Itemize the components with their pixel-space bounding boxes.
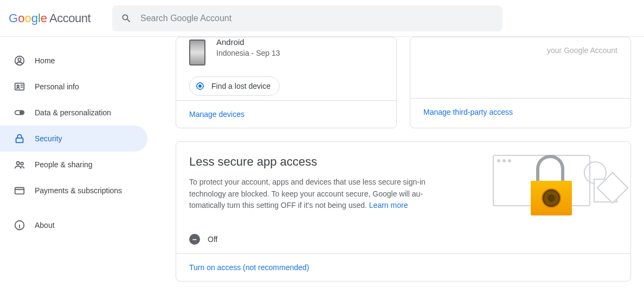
- third-party-body: your Google Account: [410, 37, 630, 98]
- sidebar-item-people-sharing[interactable]: People & sharing: [0, 152, 147, 178]
- lsa-description: To protect your account, apps and device…: [189, 176, 439, 212]
- people-icon: [13, 158, 26, 171]
- sidebar-item-label: Payments & subscriptions: [35, 186, 122, 195]
- logo[interactable]: Google Account: [9, 11, 91, 25]
- sidebar-item-label: Data & personalization: [35, 108, 111, 117]
- search-icon: [121, 13, 132, 24]
- sidebar-item-label: Security: [35, 134, 62, 143]
- sidebar-item-label: About: [35, 221, 55, 230]
- search-input[interactable]: [140, 14, 494, 23]
- svg-point-5: [20, 111, 23, 114]
- id-card-icon: [13, 80, 26, 93]
- lsa-title: Less secure app access: [189, 155, 463, 169]
- svg-rect-9: [15, 188, 24, 194]
- off-status-icon: –: [189, 234, 200, 245]
- sidebar-item-data-personalization[interactable]: Data & personalization: [0, 100, 147, 126]
- devices-card: Android Indonesia - Sep 13 Find a lost d…: [176, 37, 397, 128]
- lsa-status-row: – Off: [176, 227, 630, 253]
- manage-third-party-link[interactable]: Manage third-party access: [423, 108, 513, 116]
- sidebar-item-security[interactable]: Security: [0, 126, 147, 152]
- svg-point-7: [17, 162, 20, 165]
- toggle-icon: [13, 106, 26, 119]
- device-meta: Indonesia - Sep 13: [216, 49, 280, 57]
- svg-point-1: [18, 58, 21, 61]
- sidebar-item-payments[interactable]: Payments & subscriptions: [0, 178, 147, 204]
- sidebar-item-label: Home: [35, 56, 55, 65]
- sidebar-item-label: Personal info: [35, 82, 79, 91]
- find-device-chip[interactable]: Find a lost device: [189, 76, 280, 96]
- learn-more-link[interactable]: Learn more: [369, 201, 408, 210]
- device-name: Android: [216, 37, 280, 47]
- main-content: Android Indonesia - Sep 13 Find a lost d…: [152, 37, 644, 288]
- lsa-status-text: Off: [208, 235, 217, 244]
- search-box[interactable]: [112, 5, 503, 31]
- third-party-card: your Google Account Manage third-party a…: [410, 37, 631, 128]
- less-secure-app-card: Less secure app access To protect your a…: [176, 141, 631, 282]
- svg-point-3: [17, 85, 19, 87]
- sidebar-item-home[interactable]: Home: [0, 48, 147, 74]
- lock-icon: [13, 132, 26, 145]
- header: Google Account: [0, 0, 644, 37]
- manage-devices-link[interactable]: Manage devices: [189, 110, 244, 119]
- google-logo-icon: Google: [9, 11, 47, 25]
- card-footer: Manage third-party access: [410, 98, 630, 126]
- target-icon: [194, 80, 206, 92]
- turn-on-access-link[interactable]: Turn on access (not recommended): [189, 263, 309, 272]
- svg-point-12: [199, 85, 202, 88]
- phone-icon: [189, 40, 205, 66]
- card-icon: [13, 184, 26, 197]
- sidebar-item-label: People & sharing: [35, 160, 93, 169]
- chip-label: Find a lost device: [211, 82, 271, 90]
- product-name: Account: [49, 11, 91, 25]
- svg-point-8: [21, 162, 23, 165]
- third-party-text-fragment: your Google Account: [547, 46, 617, 55]
- sidebar: Home Personal info Data & personalizatio…: [0, 37, 152, 288]
- svg-rect-6: [16, 138, 23, 142]
- sidebar-item-personal-info[interactable]: Personal info: [0, 74, 147, 100]
- info-icon: [13, 219, 26, 232]
- card-footer: Turn on access (not recommended): [176, 253, 630, 281]
- device-row[interactable]: Android Indonesia - Sep 13: [176, 37, 396, 72]
- home-icon: [13, 54, 26, 67]
- sidebar-item-about[interactable]: About: [0, 212, 147, 238]
- lsa-illustration: [476, 155, 617, 214]
- card-footer: Manage devices: [176, 100, 396, 128]
